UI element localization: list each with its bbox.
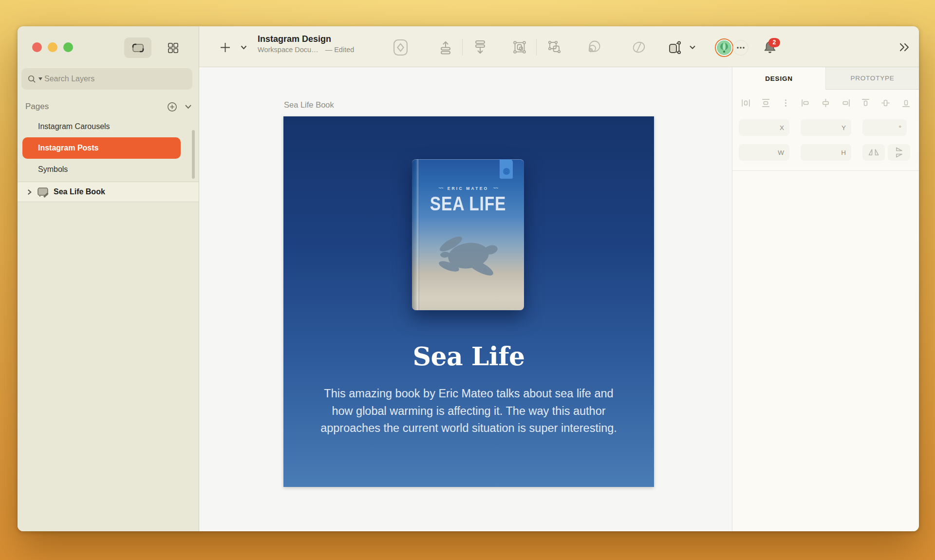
add-page-icon[interactable] xyxy=(167,101,178,112)
grid-view-icon xyxy=(167,42,179,54)
pages-section-title: Pages xyxy=(25,102,49,112)
book-cover[interactable]: ~~ ERIC MATEO ~~ SEA LIFE xyxy=(412,159,524,310)
toolbar-overflow-button[interactable] xyxy=(894,37,915,57)
create-symbol-icon xyxy=(393,39,408,56)
height-field[interactable]: H xyxy=(801,144,851,161)
bring-forward-button[interactable] xyxy=(435,37,456,57)
width-field[interactable]: W xyxy=(739,144,789,161)
tab-design[interactable]: DESIGN xyxy=(732,67,825,90)
flip-vertical-button[interactable] xyxy=(888,144,910,161)
insert-menu-button[interactable] xyxy=(233,37,254,57)
align-center-horizontal-icon[interactable] xyxy=(820,96,832,109)
document-title-block[interactable]: Instagram Design Workspace Docu… — Edite… xyxy=(258,34,354,54)
distribute-horizontal-icon[interactable] xyxy=(739,96,752,109)
grid-view-button[interactable] xyxy=(159,37,187,58)
avatar-image xyxy=(717,40,731,55)
zoom-window-button[interactable] xyxy=(63,42,73,52)
bookmark-tab xyxy=(500,159,513,179)
search-scope-chevron-icon xyxy=(38,77,42,80)
page-item-symbols[interactable]: Symbols xyxy=(18,159,199,180)
group-icon xyxy=(512,40,527,55)
shell-icon xyxy=(586,39,601,55)
pages-list: Instagram Carousels Instagram Posts Symb… xyxy=(18,116,199,180)
toolbar: Instagram Design Workspace Docu… — Edite… xyxy=(199,26,919,67)
bell-icon: 2 xyxy=(763,40,777,55)
user-avatar[interactable] xyxy=(715,38,733,57)
layer-label: Sea Life Book xyxy=(54,187,105,196)
search-input[interactable] xyxy=(44,75,187,83)
wave-decoration-right: ~~ xyxy=(493,186,498,191)
page-item-instagram-carousels[interactable]: Instagram Carousels xyxy=(18,116,199,137)
artboard-layer-icon xyxy=(37,187,50,198)
close-window-button[interactable] xyxy=(32,42,42,52)
sidebar-view-toggles xyxy=(124,37,187,58)
plus-icon xyxy=(220,42,230,53)
page-item-instagram-posts[interactable]: Instagram Posts xyxy=(22,137,181,159)
minimize-window-button[interactable] xyxy=(48,42,57,52)
rotation-field[interactable]: ° xyxy=(862,119,907,136)
align-right-icon[interactable] xyxy=(840,96,852,109)
ellipsis-icon xyxy=(736,46,745,49)
shell-button[interactable] xyxy=(583,37,604,57)
chevron-down-icon xyxy=(241,45,247,50)
more-options-icon[interactable] xyxy=(779,96,792,109)
document-title: Instagram Design xyxy=(258,34,354,44)
document-status: — Edited xyxy=(325,46,355,54)
flip-vertical-icon xyxy=(893,146,905,159)
y-position-field[interactable]: Y xyxy=(801,119,851,136)
align-middle-vertical-icon[interactable] xyxy=(879,96,892,109)
inspector-panel: DESIGN PROTOTYPE xyxy=(732,67,919,531)
bookmark-dot xyxy=(503,168,510,175)
artboard-label[interactable]: Sea Life Book xyxy=(284,100,334,110)
chevron-right-icon[interactable] xyxy=(26,189,33,195)
more-actions-button[interactable] xyxy=(733,40,748,56)
align-top-icon[interactable] xyxy=(860,96,872,109)
document-location: Workspace Docu… xyxy=(258,46,318,54)
book-spine xyxy=(412,159,419,310)
window-controls xyxy=(32,42,73,52)
resize-icon xyxy=(667,40,682,55)
artboard-heading: Sea Life xyxy=(283,341,654,371)
group-button[interactable] xyxy=(509,37,530,57)
search-icon xyxy=(27,75,37,84)
cover-author: ERIC MATEO xyxy=(448,186,489,191)
align-bottom-icon[interactable] xyxy=(899,96,912,109)
sea-turtle-image xyxy=(429,231,508,280)
search-field[interactable] xyxy=(21,68,192,90)
mask-button[interactable] xyxy=(629,37,649,57)
sidebar: Pages Instagram Carousels Instagram Post… xyxy=(18,26,199,531)
inspector-divider xyxy=(732,170,919,171)
wave-decoration-left: ~~ xyxy=(438,186,443,191)
layer-item-sea-life-book[interactable]: Sea Life Book xyxy=(18,182,199,202)
cover-title: SEA LIFE xyxy=(422,192,514,215)
sidebar-scrollbar-thumb[interactable] xyxy=(192,130,195,179)
collapse-pages-icon[interactable] xyxy=(185,104,192,109)
canvas-view-button[interactable] xyxy=(124,37,151,58)
resize-button[interactable] xyxy=(664,37,685,57)
notification-badge: 2 xyxy=(768,38,780,47)
tab-prototype[interactable]: PROTOTYPE xyxy=(825,67,919,90)
double-chevron-right-icon xyxy=(898,42,910,52)
artboard-description: This amazing book by Eric Mateo talks ab… xyxy=(320,385,617,437)
chevron-down-icon xyxy=(690,45,695,49)
ungroup-button[interactable] xyxy=(544,37,564,57)
create-symbol-button[interactable] xyxy=(390,37,411,57)
mask-icon xyxy=(631,39,647,55)
alignment-toolbar xyxy=(739,96,912,109)
send-backward-icon xyxy=(473,40,487,55)
resize-menu-button[interactable] xyxy=(682,37,703,57)
canvas-view-icon xyxy=(131,43,145,53)
distribute-vertical-icon[interactable] xyxy=(759,96,772,109)
flip-horizontal-button[interactable] xyxy=(862,144,885,161)
x-position-field[interactable]: X xyxy=(739,119,789,136)
canvas[interactable]: Sea Life Book ~~ ERIC MATEO ~~ SEA LIFE xyxy=(199,67,732,531)
insert-button[interactable] xyxy=(215,37,235,57)
align-left-icon[interactable] xyxy=(799,96,812,109)
app-window: Pages Instagram Carousels Instagram Post… xyxy=(18,26,919,531)
artboard-sea-life-book[interactable]: ~~ ERIC MATEO ~~ SEA LIFE xyxy=(283,116,654,487)
flip-horizontal-icon xyxy=(867,146,880,159)
bring-forward-icon xyxy=(438,40,453,55)
notifications-button[interactable]: 2 xyxy=(760,37,780,57)
send-backward-button[interactable] xyxy=(470,37,490,57)
ungroup-icon xyxy=(547,40,561,55)
